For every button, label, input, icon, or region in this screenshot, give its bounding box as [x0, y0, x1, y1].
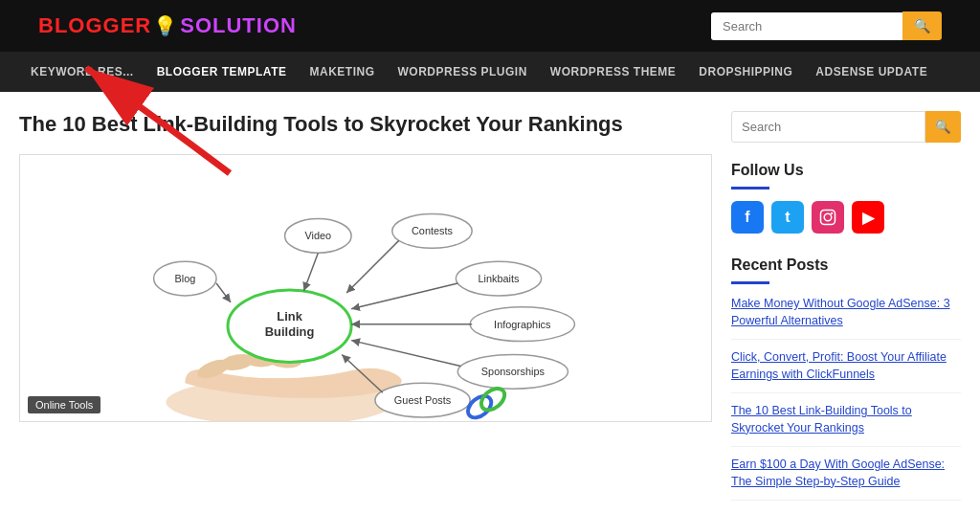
page-wrapper: The 10 Best Link-Building Tools to Skyro… [0, 92, 980, 513]
instagram-icon[interactable] [812, 201, 844, 234]
svg-text:Linkbaits: Linkbaits [478, 273, 520, 284]
svg-line-20 [351, 283, 457, 309]
site-header: BLOGGER 💡 SOLUTION 🔍 [0, 0, 980, 52]
list-item: Make Money Without Google AdSense: 3 Pow… [731, 296, 961, 340]
social-icons-container: f t ▶ [731, 201, 961, 234]
nav-item-adsense-update[interactable]: ADSENSE UPDATE [804, 52, 939, 92]
recent-posts-underline [731, 281, 769, 284]
svg-point-34 [824, 213, 832, 221]
svg-line-14 [303, 253, 318, 291]
logo-solution-text: SOLUTION [180, 13, 297, 38]
recent-post-link-2[interactable]: Click, Convert, Profit: Boost Your Affil… [731, 350, 947, 381]
svg-rect-33 [821, 211, 835, 225]
sidebar-follow-section: Follow Us f t ▶ [731, 162, 961, 234]
svg-text:Building: Building [265, 323, 315, 338]
header-search-container: 🔍 [711, 11, 942, 40]
svg-text:Contests: Contests [412, 225, 454, 236]
svg-text:Infographics: Infographics [494, 318, 551, 329]
link-building-diagram: Link Building Blog Video Contests [20, 155, 711, 421]
logo-bulb-icon: 💡 [153, 14, 178, 37]
twitter-icon[interactable]: t [771, 201, 804, 234]
header-search-button[interactable]: 🔍 [902, 11, 942, 40]
svg-line-17 [346, 240, 399, 293]
recent-posts-list: Make Money Without Google AdSense: 3 Pow… [731, 296, 961, 513]
svg-point-35 [831, 212, 833, 214]
image-tag: Online Tools [28, 396, 100, 413]
nav-item-blogger-template[interactable]: BLOGGER TEMPLATE [145, 52, 299, 92]
svg-text:Blog: Blog [174, 273, 195, 284]
article-image: Link Building Blog Video Contests [19, 154, 712, 422]
nav-item-wordpress-plugin[interactable]: WORDPRESS PLUGIN [386, 52, 538, 92]
header-search-input[interactable] [711, 12, 902, 40]
list-item: Click, Convert, Profit: Boost Your Affil… [731, 349, 961, 393]
recent-post-link-1[interactable]: Make Money Without Google AdSense: 3 Pow… [731, 297, 950, 327]
follow-underline [731, 187, 769, 190]
sidebar-search-container: 🔍 [731, 111, 961, 143]
site-logo: BLOGGER 💡 SOLUTION [38, 13, 297, 38]
sidebar: 🔍 Follow Us f t ▶ [731, 111, 961, 513]
youtube-icon[interactable]: ▶ [852, 201, 884, 234]
svg-line-11 [216, 283, 231, 302]
sidebar-recent-posts-section: Recent Posts Make Money Without Google A… [731, 256, 961, 513]
svg-text:Sponsorships: Sponsorships [481, 366, 546, 377]
svg-text:Video: Video [305, 230, 332, 241]
nav-item-dropshipping[interactable]: DROPSHIPPING [687, 52, 804, 92]
svg-line-26 [351, 340, 460, 366]
nav-item-wordpress-theme[interactable]: WORDPRESS THEME [539, 52, 688, 92]
list-item: The 10 Best Link-Building Tools to Skyro… [731, 403, 961, 447]
facebook-icon[interactable]: f [731, 201, 764, 234]
follow-title: Follow Us [731, 162, 961, 179]
main-nav: KEYWORD RES... BLOGGER TEMPLATE MAKETING… [0, 52, 980, 92]
recent-post-link-3[interactable]: The 10 Best Link-Building Tools to Skyro… [731, 404, 912, 435]
sidebar-search-input[interactable] [731, 111, 925, 143]
list-item: Earn $100 a Day With Google AdSense: The… [731, 457, 961, 501]
logo-blogger-text: BLOGGER [38, 13, 151, 38]
svg-text:Guest Posts: Guest Posts [394, 394, 452, 406]
svg-text:Link: Link [277, 308, 302, 323]
nav-item-keyword-research[interactable]: KEYWORD RES... [19, 52, 145, 92]
recent-posts-title: Recent Posts [731, 256, 961, 274]
nav-item-maketing[interactable]: MAKETING [298, 52, 386, 92]
sidebar-search-button[interactable]: 🔍 [925, 111, 961, 143]
article-title: The 10 Best Link-Building Tools to Skyro… [19, 111, 712, 139]
content-area: The 10 Best Link-Building Tools to Skyro… [0, 92, 980, 513]
recent-post-link-4[interactable]: Earn $100 a Day With Google AdSense: The… [731, 457, 945, 488]
main-content: The 10 Best Link-Building Tools to Skyro… [19, 111, 712, 513]
